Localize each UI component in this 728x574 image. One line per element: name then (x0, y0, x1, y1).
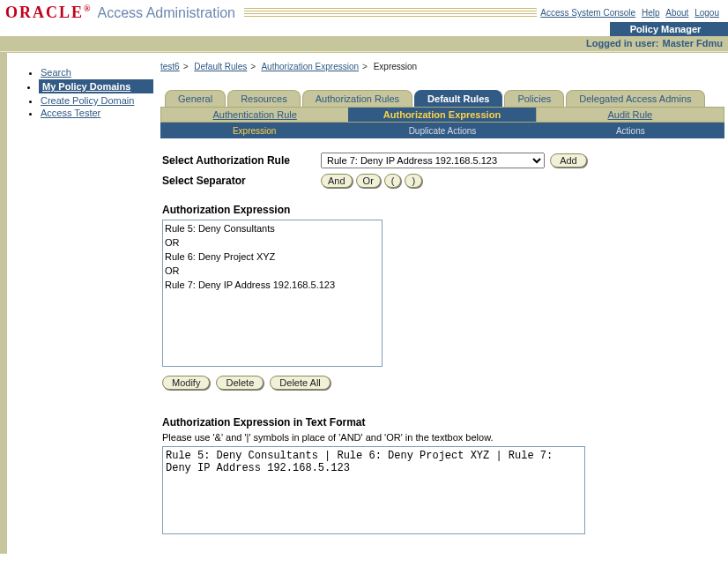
list-item[interactable]: OR (165, 236, 380, 250)
list-item[interactable]: Rule 7: Deny IP Address 192.168.5.123 (165, 279, 380, 293)
list-item[interactable]: OR (165, 265, 380, 279)
tab-policies[interactable]: Policies (504, 90, 564, 107)
subsub-expression[interactable]: Expression (160, 126, 348, 136)
tertiary-tabs: Expression Duplicate Actions Actions (160, 123, 724, 138)
or-button[interactable]: Or (356, 174, 381, 188)
sidebar-item-my-policy-domains[interactable]: My Policy Domains (41, 80, 132, 93)
expression-label: Authorization Expression (162, 204, 723, 216)
header: ORACLE® Access Administration Access Sys… (0, 0, 728, 22)
list-item[interactable]: Rule 6: Deny Project XYZ (165, 250, 380, 265)
subtab-audit-rule[interactable]: Audit Rule (607, 109, 652, 120)
list-item[interactable]: Rule 5: Deny Consultants (165, 222, 380, 236)
close-paren-button[interactable]: ) (405, 174, 422, 188)
select-separator-label: Select Separator (162, 175, 321, 187)
link-console[interactable]: Access System Console (540, 8, 635, 18)
and-button[interactable]: And (321, 174, 353, 188)
tab-auth-rules[interactable]: Authorization Rules (302, 90, 412, 107)
subsub-duplicate-actions[interactable]: Duplicate Actions (348, 126, 536, 136)
delete-all-button[interactable]: Delete All (270, 376, 330, 390)
crumb-test6[interactable]: test6 (160, 62, 180, 71)
secondary-tabs: Authentication Rule Authorization Expres… (160, 107, 724, 123)
breadcrumb: test6> Default Rules> Authorization Expr… (160, 62, 724, 71)
subtab-authz-expr[interactable]: Authorization Expression (383, 109, 501, 120)
user-band: Logged in user: Master Fdmu (0, 36, 728, 50)
sidebar-item-search[interactable]: Search (41, 67, 71, 78)
subsub-actions[interactable]: Actions (537, 126, 724, 136)
select-rule-dropdown[interactable]: Rule 7: Deny IP Address 192.168.5.123 (321, 153, 545, 168)
delete-button[interactable]: Delete (216, 376, 264, 390)
app-name-band: Policy Manager (0, 22, 728, 36)
text-format-hint: Please use '&' and '|' symbols in place … (162, 432, 723, 443)
brand-subtitle: Access Administration (98, 5, 236, 21)
modify-button[interactable]: Modify (162, 376, 210, 390)
main-content: test6> Default Rules> Authorization Expr… (157, 53, 728, 554)
text-expression-input[interactable] (162, 446, 585, 534)
tab-general[interactable]: General (165, 90, 226, 107)
top-links: Access System Console Help About Logou (537, 8, 723, 18)
link-about[interactable]: About (665, 8, 688, 18)
add-button[interactable]: Add (550, 153, 587, 168)
link-help[interactable]: Help (642, 8, 660, 18)
sidebar: Search My Policy Domains Create Policy D… (7, 53, 157, 554)
left-stripe (0, 53, 7, 554)
crumb-default-rules[interactable]: Default Rules (194, 62, 247, 71)
expression-listbox[interactable]: Rule 5: Deny Consultants OR Rule 6: Deny… (162, 220, 383, 367)
brand-logo: ORACLE® (5, 4, 93, 22)
logged-in-user: Master Fdmu (663, 38, 723, 48)
header-stripes (244, 8, 537, 19)
link-logout[interactable]: Logou (695, 8, 719, 18)
crumb-current: Expression (374, 62, 417, 71)
app-name: Policy Manager (610, 22, 728, 36)
tab-delegated-admins[interactable]: Delegated Access Admins (566, 90, 704, 107)
text-format-label: Authorization Expression in Text Format (162, 416, 723, 429)
sidebar-item-create-policy-domain[interactable]: Create Policy Domain (41, 95, 134, 106)
crumb-auth-expr[interactable]: Authorization Expression (261, 62, 359, 71)
primary-tabs: General Resources Authorization Rules De… (160, 87, 724, 107)
tab-default-rules[interactable]: Default Rules (414, 90, 502, 107)
sidebar-item-access-tester[interactable]: Access Tester (41, 108, 100, 118)
subtab-authn-rule[interactable]: Authentication Rule (212, 109, 296, 120)
select-rule-label: Select Authorization Rule (162, 154, 321, 167)
tab-resources[interactable]: Resources (227, 90, 301, 107)
open-paren-button[interactable]: ( (384, 174, 402, 188)
logged-in-label: Logged in user: (586, 38, 659, 48)
